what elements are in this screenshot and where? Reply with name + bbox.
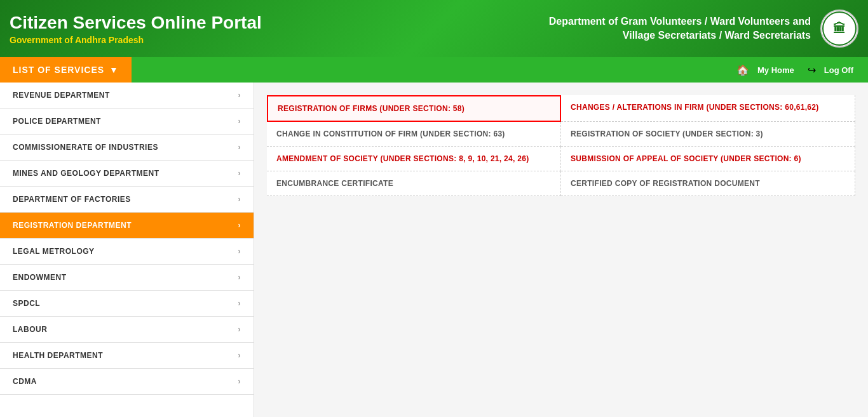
navbar: LIST OF SERVICES ▼ 🏠 My Home ↪ Log Off — [0, 57, 868, 83]
sidebar-label-revenue: REVENUE DEPARTMENT — [13, 91, 110, 100]
sidebar-item-factories[interactable]: DEPARTMENT OF FACTORIES › — [0, 187, 254, 213]
log-off-link[interactable]: Log Off — [819, 65, 858, 75]
arrow-icon: › — [238, 247, 241, 256]
home-icon: 🏠 — [736, 64, 749, 76]
main-content: REVENUE DEPARTMENT › POLICE DEPARTMENT ›… — [0, 83, 868, 417]
list-of-services-label: LIST OF SERVICES — [13, 65, 104, 75]
sidebar-item-registration[interactable]: REGISTRATION DEPARTMENT › — [0, 213, 254, 239]
portal-title: Citizen Services Online Portal — [10, 12, 410, 34]
arrow-icon-active: › — [238, 221, 241, 230]
sidebar-item-mines[interactable]: MINES AND GEOLOGY DEPARTMENT › — [0, 161, 254, 187]
sidebar-label-health: HEALTH DEPARTMENT — [13, 351, 103, 360]
dropdown-icon: ▼ — [109, 65, 119, 75]
arrow-icon: › — [238, 169, 241, 178]
services-grid: REGISTRATION OF FIRMS (UNDER SECTION: 58… — [267, 95, 855, 196]
portal-subtitle: Government of Andhra Pradesh — [10, 35, 410, 45]
department-line1: Department of Gram Volunteers / Ward Vol… — [410, 15, 811, 29]
service-registration-society[interactable]: REGISTRATION OF SOCIETY (UNDER SECTION: … — [561, 122, 855, 147]
service-changes-alterations[interactable]: CHANGES / ALTERATIONS IN FIRM (UNDER SEC… — [561, 95, 855, 122]
my-home-link[interactable]: My Home — [752, 65, 799, 75]
sidebar-label-endowment: ENDOWMENT — [13, 273, 67, 282]
sidebar-label-labour: LABOUR — [13, 325, 47, 334]
sidebar-label-mines: MINES AND GEOLOGY DEPARTMENT — [13, 169, 159, 178]
navbar-right: 🏠 My Home ↪ Log Off — [736, 64, 868, 76]
sidebar-label-police: POLICE DEPARTMENT — [13, 117, 101, 126]
sidebar-item-endowment[interactable]: ENDOWMENT › — [0, 265, 254, 291]
list-of-services-menu[interactable]: LIST OF SERVICES ▼ — [0, 57, 132, 83]
sidebar-item-health[interactable]: HEALTH DEPARTMENT › — [0, 343, 254, 369]
sidebar-label-industries: COMMISSIONERATE OF INDUSTRIES — [13, 143, 158, 152]
arrow-icon: › — [238, 299, 241, 308]
content-area: REGISTRATION OF FIRMS (UNDER SECTION: 58… — [254, 83, 868, 417]
service-encumbrance-certificate[interactable]: ENCUMBRANCE CERTIFICATE — [267, 171, 561, 196]
service-certified-copy[interactable]: CERTIFIED COPY OF REGISTRATION DOCUMENT — [561, 171, 855, 196]
arrow-icon: › — [238, 91, 241, 100]
header-left: Citizen Services Online Portal Governmen… — [10, 12, 410, 45]
sidebar: REVENUE DEPARTMENT › POLICE DEPARTMENT ›… — [0, 83, 254, 417]
sidebar-item-spdcl[interactable]: SPDCL › — [0, 291, 254, 317]
service-registration-firms[interactable]: REGISTRATION OF FIRMS (UNDER SECTION: 58… — [267, 95, 561, 122]
arrow-icon: › — [238, 325, 241, 334]
sidebar-item-police[interactable]: POLICE DEPARTMENT › — [0, 109, 254, 135]
arrow-icon: › — [238, 273, 241, 282]
header: Citizen Services Online Portal Governmen… — [0, 0, 868, 57]
logoff-icon: ↪ — [808, 64, 816, 76]
department-line2: Village Secretariats / Ward Secretariats — [410, 29, 811, 43]
sidebar-label-registration: REGISTRATION DEPARTMENT — [13, 221, 132, 230]
arrow-icon: › — [238, 117, 241, 126]
service-change-constitution[interactable]: CHANGE IN CONSTITUTION OF FIRM (UNDER SE… — [267, 122, 561, 147]
sidebar-item-revenue[interactable]: REVENUE DEPARTMENT › — [0, 83, 254, 109]
sidebar-item-cdma[interactable]: CDMA › — [0, 369, 254, 395]
sidebar-item-metrology[interactable]: LEGAL METROLOGY › — [0, 239, 254, 265]
arrow-icon: › — [238, 377, 241, 386]
service-submission-appeal[interactable]: SUBMISSION OF APPEAL OF SOCIETY (UNDER S… — [561, 147, 855, 171]
arrow-icon: › — [238, 195, 241, 204]
arrow-icon: › — [238, 351, 241, 360]
sidebar-label-cdma: CDMA — [13, 377, 37, 386]
department-info: Department of Gram Volunteers / Ward Vol… — [410, 15, 821, 43]
service-amendment-society[interactable]: AMENDMENT OF SOCIETY (UNDER SECTIONS: 8,… — [267, 147, 561, 171]
arrow-icon: › — [238, 143, 241, 152]
sidebar-label-spdcl: SPDCL — [13, 299, 40, 308]
ap-logo: 🏛 — [820, 10, 858, 48]
sidebar-label-metrology: LEGAL METROLOGY — [13, 247, 95, 256]
logo-inner: 🏛 — [822, 11, 857, 46]
sidebar-label-factories: DEPARTMENT OF FACTORIES — [13, 195, 131, 204]
sidebar-item-labour[interactable]: LABOUR › — [0, 317, 254, 343]
sidebar-item-industries[interactable]: COMMISSIONERATE OF INDUSTRIES › — [0, 135, 254, 161]
